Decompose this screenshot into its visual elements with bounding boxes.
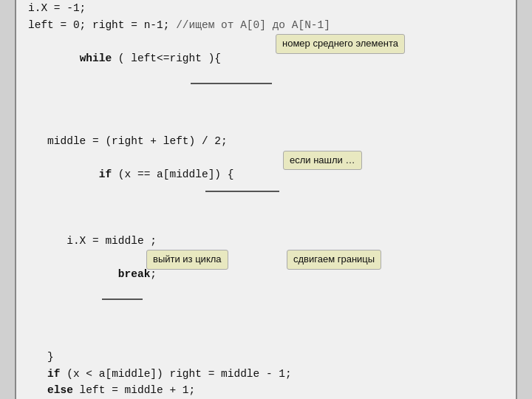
code-line-6: i.X = middle ; [28, 233, 504, 249]
callout-line-while [191, 83, 272, 84]
main-window: Двоичный поиск 0LmRN-1 i.X = -1; left = … [15, 0, 517, 399]
comment-1: //ищем от A[0] до A[N-1] [176, 19, 330, 31]
callout-line-break [102, 299, 143, 300]
callout-line-if [205, 191, 279, 192]
keyword-if-1: if [99, 168, 112, 180]
callout-esli: если нашли … [283, 151, 362, 170]
code-line-5: if (x == a[middle]) { если нашли … [28, 150, 504, 233]
keyword-else-1: else [47, 384, 73, 396]
code-line-9: if (x < a[middle]) right = middle - 1; [28, 366, 504, 382]
code-line-3: while ( left<=right ){ номер среднего эл… [28, 33, 504, 133]
callout-viyti: выйти из цикла [146, 250, 228, 269]
keyword-break: break [118, 268, 151, 280]
callout-nomor: номер среднего элемента [276, 34, 405, 53]
content-area: 0LmRN-1 i.X = -1; left = 0; right = n-1;… [16, 0, 516, 399]
code-line-8: } [28, 349, 504, 365]
code-area: i.X = -1; left = 0; right = n-1; //ищем … [28, 0, 504, 399]
callout-sdvig: сдвигаем границы [287, 250, 381, 269]
keyword-while: while [80, 52, 112, 64]
code-line-10: else left = middle + 1; [28, 382, 504, 398]
code-line-7: break; выйти из цикла сдвигаем границы [28, 249, 504, 349]
code-line-1: i.X = -1; [28, 0, 504, 16]
keyword-if-2: if [47, 368, 60, 380]
code-line-4: middle = (right + left) / 2; [28, 133, 504, 149]
code-line-2: left = 0; right = n-1; //ищем от A[0] до… [28, 17, 504, 33]
